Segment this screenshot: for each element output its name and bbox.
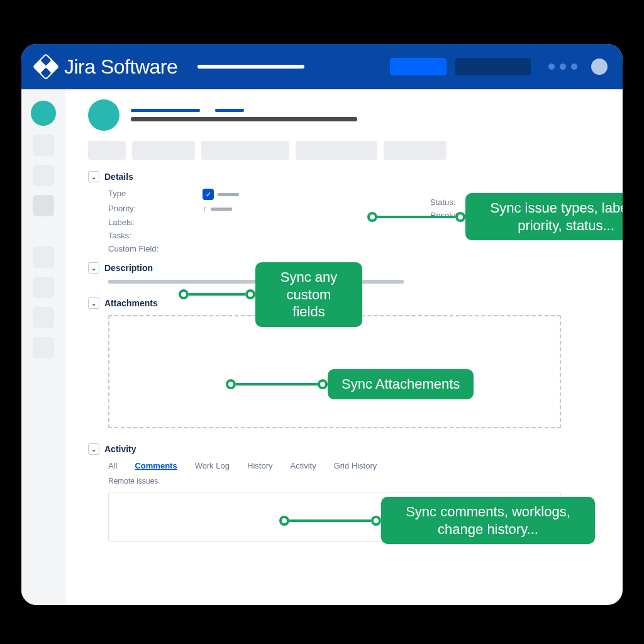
jira-logo-icon [33, 53, 59, 80]
details-title: Details [104, 172, 133, 182]
field-label-tasks: Tasks: [108, 231, 203, 240]
action-button-row [88, 141, 600, 160]
app-header: Jira Software [21, 44, 623, 89]
header-menu-dots[interactable] [548, 64, 577, 70]
callout-dot-icon [245, 289, 255, 299]
activity-tabs: All Comments Work Log History Activity G… [108, 461, 600, 470]
chevron-down-icon[interactable]: ⌄ [88, 262, 99, 274]
issue-avatar [88, 99, 119, 131]
chevron-down-icon[interactable]: ⌄ [88, 297, 99, 309]
action-button[interactable] [132, 141, 195, 160]
issue-summary-placeholder [131, 117, 357, 121]
tab-grid-history[interactable]: Grid History [334, 461, 377, 470]
attachments-title: Attachments [104, 298, 158, 308]
field-label-type: Type [108, 189, 203, 200]
product-name: Jira Software [64, 55, 177, 79]
issue-content: ⌄ Details Type ✓ Priority: ↑ Labels: T [65, 89, 623, 605]
callout-dot-icon [371, 516, 381, 526]
description-title: Description [104, 263, 153, 273]
sidebar-item[interactable] [33, 165, 54, 186]
field-value-type: ✓ [203, 189, 328, 200]
chevron-down-icon[interactable]: ⌄ [88, 171, 99, 182]
callout-text: Sync comments, worklogs, change history.… [381, 497, 595, 544]
header-placeholder-bar [197, 65, 304, 69]
issue-header [88, 99, 600, 131]
priority-icon: ↑ [203, 204, 207, 214]
activity-section-header[interactable]: ⌄ Activity [88, 443, 600, 455]
callout-dot-icon [279, 516, 289, 526]
callout-dot-icon [179, 289, 189, 299]
field-label-custom: Custom Field: [108, 244, 203, 253]
field-label-priority: Priority: [108, 204, 203, 214]
action-button[interactable] [296, 141, 377, 160]
field-value-priority: ↑ [203, 204, 328, 214]
callout-text: Sync Attachements [328, 369, 474, 399]
tab-activity[interactable]: Activity [291, 461, 316, 470]
header-avatar[interactable] [591, 58, 608, 75]
sidebar-item-active[interactable] [33, 195, 54, 216]
sidebar-project-avatar[interactable] [31, 101, 56, 126]
chevron-down-icon[interactable]: ⌄ [88, 443, 99, 455]
callout-activity: Sync comments, worklogs, change history.… [279, 497, 595, 544]
issuetype-icon: ✓ [203, 189, 214, 200]
tab-worklog[interactable]: Work Log [195, 461, 230, 470]
action-button[interactable] [88, 141, 126, 160]
sidebar-item[interactable] [33, 247, 54, 268]
sidebar-item[interactable] [33, 307, 54, 328]
callout-text: Sync issue types, labels, priority, stat… [465, 193, 623, 240]
field-label-labels: Labels: [108, 218, 203, 227]
sidebar-item[interactable] [33, 337, 54, 358]
callout-attachments: Sync Attachements [226, 369, 474, 399]
left-sidebar [21, 89, 65, 605]
breadcrumb-link[interactable] [131, 109, 200, 112]
tab-comments[interactable]: Comments [135, 461, 177, 470]
callout-dot-icon [318, 379, 328, 389]
sidebar-item[interactable] [33, 135, 54, 156]
jira-window: Jira Software [21, 44, 623, 605]
header-primary-button[interactable] [390, 58, 447, 75]
action-button[interactable] [201, 141, 289, 160]
sidebar-item[interactable] [33, 277, 54, 298]
action-button[interactable] [384, 141, 447, 160]
callout-status: Sync issue types, labels, priority, stat… [367, 193, 623, 240]
header-search-field[interactable] [455, 58, 531, 75]
tab-all[interactable]: All [108, 461, 117, 470]
remote-issues-label: Remote issues [108, 477, 600, 486]
callout-custom-fields: Sync any custom fields [179, 262, 362, 327]
activity-title: Activity [104, 444, 136, 454]
breadcrumb-link[interactable] [215, 109, 244, 112]
tab-history[interactable]: History [247, 461, 272, 470]
callout-dot-icon [226, 379, 236, 389]
callout-dot-icon [367, 212, 377, 222]
details-section-header[interactable]: ⌄ Details [88, 171, 600, 182]
callout-dot-icon [455, 212, 465, 222]
callout-text: Sync any custom fields [255, 262, 362, 327]
